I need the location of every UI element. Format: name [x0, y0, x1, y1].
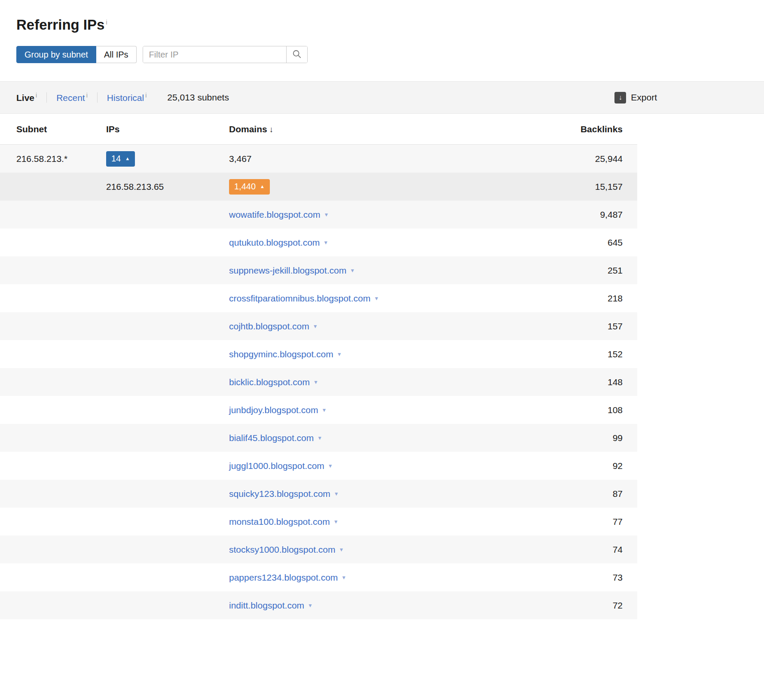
domain-link[interactable]: pappers1234.blogspot.com▼ — [229, 572, 346, 583]
domains-count-badge[interactable]: 1,440 ▲ — [229, 179, 270, 195]
ip-value: 216.58.213.65 — [106, 182, 229, 192]
table-row: bialif45.blogspot.com▼ 99 — [0, 424, 637, 452]
table-row: crossfitparatiomnibus.blogspot.com▼ 218 — [0, 284, 637, 312]
tab-historical-label[interactable]: Historical — [107, 93, 144, 103]
domain-name: qutukuto.blogspot.com — [229, 237, 320, 248]
page-title-text: Referring IPs — [16, 17, 104, 33]
domain-link[interactable]: bicklic.blogspot.com▼ — [229, 377, 318, 387]
domain-name: inditt.blogspot.com — [229, 600, 304, 611]
backlinks-value: 251 — [544, 265, 623, 276]
chevron-down-icon[interactable]: ▼ — [339, 547, 344, 552]
subnet-row: 216.58.213.* 14 ▲ 3,467 25,944 — [0, 145, 637, 173]
download-icon: ↓ — [614, 92, 626, 103]
chevron-down-icon[interactable]: ▼ — [321, 408, 327, 413]
domain-name: stocksy1000.blogspot.com — [229, 545, 335, 555]
chevron-down-icon[interactable]: ▼ — [308, 603, 313, 608]
chevron-down-icon[interactable]: ▼ — [341, 575, 346, 580]
chevron-down-icon[interactable]: ▼ — [374, 296, 379, 301]
tab-divider — [46, 92, 47, 103]
tab-live[interactable]: Livei — [16, 92, 37, 103]
backlinks-value: 25,944 — [544, 154, 623, 164]
ip-row: 216.58.213.65 1,440 ▲ 15,157 — [0, 173, 637, 201]
chevron-down-icon[interactable]: ▼ — [350, 268, 355, 273]
ips-count-badge[interactable]: 14 ▲ — [106, 151, 135, 167]
domains-badge-value: 1,440 — [234, 182, 256, 192]
chevron-down-icon[interactable]: ▼ — [317, 435, 322, 441]
domain-name: squicky123.blogspot.com — [229, 489, 330, 499]
column-header-subnet[interactable]: Subnet — [16, 124, 106, 134]
chevron-down-icon[interactable]: ▼ — [334, 491, 339, 496]
chevron-up-icon: ▲ — [260, 184, 265, 189]
controls-row: Group by subnet All IPs — [16, 46, 748, 63]
table-row: shopgyminc.blogspot.com▼ 152 — [0, 340, 637, 368]
info-icon[interactable]: i — [145, 92, 147, 99]
domain-name: bialif45.blogspot.com — [229, 433, 314, 443]
domain-link[interactable]: crossfitparatiomnibus.blogspot.com▼ — [229, 293, 379, 304]
domain-link[interactable]: bialif45.blogspot.com▼ — [229, 433, 322, 443]
group-by-subnet-button[interactable]: Group by subnet — [16, 46, 96, 63]
info-icon[interactable]: i — [106, 19, 107, 26]
domain-link[interactable]: squicky123.blogspot.com▼ — [229, 489, 339, 499]
chevron-down-icon[interactable]: ▼ — [313, 380, 318, 385]
domain-link[interactable]: inditt.blogspot.com▼ — [229, 600, 313, 611]
sort-desc-icon: ↓ — [269, 125, 274, 134]
tab-recent-label[interactable]: Recent — [56, 93, 85, 103]
table-row: qutukuto.blogspot.com▼ 645 — [0, 228, 637, 256]
table-row: bicklic.blogspot.com▼ 148 — [0, 368, 637, 396]
domain-link[interactable]: stocksy1000.blogspot.com▼ — [229, 545, 344, 555]
domain-link[interactable]: juggl1000.blogspot.com▼ — [229, 461, 333, 471]
export-button[interactable]: ↓ Export — [614, 92, 657, 103]
table-row: inditt.blogspot.com▼ 72 — [0, 591, 637, 619]
table-header-row: Subnet IPs Domains↓ Backlinks — [0, 114, 637, 145]
referring-ips-table: Subnet IPs Domains↓ Backlinks 216.58.213… — [0, 114, 637, 619]
domain-link[interactable]: qutukuto.blogspot.com▼ — [229, 237, 328, 248]
column-header-domains-label: Domains — [229, 124, 267, 134]
backlinks-value: 99 — [544, 433, 623, 443]
table-row: suppnews-jekill.blogspot.com▼ 251 — [0, 256, 637, 284]
domain-name: bicklic.blogspot.com — [229, 377, 310, 387]
ips-count-value: 14 — [111, 154, 121, 164]
domains-count-value: 3,467 — [229, 154, 544, 164]
domain-link[interactable]: junbdjoy.blogspot.com▼ — [229, 405, 327, 415]
table-row: wowatife.blogspot.com▼ 9,487 — [0, 201, 637, 228]
domain-name: juggl1000.blogspot.com — [229, 461, 324, 471]
tab-live-label: Live — [16, 93, 34, 103]
domain-name: monsta100.blogspot.com — [229, 517, 330, 527]
search-button[interactable] — [286, 46, 307, 63]
chevron-down-icon[interactable]: ▼ — [313, 324, 318, 329]
tab-historical[interactable]: Historicali — [107, 92, 147, 103]
chevron-down-icon[interactable]: ▼ — [323, 240, 328, 245]
chevron-down-icon[interactable]: ▼ — [324, 212, 329, 217]
domain-link[interactable]: suppnews-jekill.blogspot.com▼ — [229, 265, 355, 276]
backlinks-value: 9,487 — [544, 210, 623, 220]
table-row: juggl1000.blogspot.com▼ 92 — [0, 452, 637, 480]
all-ips-button[interactable]: All IPs — [96, 46, 137, 63]
chevron-down-icon[interactable]: ▼ — [337, 352, 342, 357]
domain-name: suppnews-jekill.blogspot.com — [229, 265, 346, 276]
filter-ip-group — [143, 46, 308, 63]
search-icon — [292, 49, 302, 60]
chevron-up-icon: ▲ — [125, 156, 130, 161]
column-header-ips[interactable]: IPs — [106, 124, 229, 134]
info-icon[interactable]: i — [86, 92, 88, 99]
mode-tabbar: Livei Recenti Historicali 25,013 subnets… — [0, 81, 764, 114]
page-header: Referring IPsi Group by subnet All IPs — [0, 0, 764, 63]
tab-recent[interactable]: Recenti — [56, 92, 88, 103]
backlinks-value: 218 — [544, 293, 623, 304]
backlinks-value: 87 — [544, 489, 623, 499]
info-icon[interactable]: i — [36, 92, 37, 99]
domain-link[interactable]: cojhtb.blogspot.com▼ — [229, 321, 318, 332]
column-header-backlinks[interactable]: Backlinks — [544, 124, 623, 134]
chevron-down-icon[interactable]: ▼ — [333, 519, 339, 524]
backlinks-value: 645 — [544, 237, 623, 248]
view-toggle: Group by subnet All IPs — [16, 46, 137, 63]
backlinks-value: 77 — [544, 517, 623, 527]
table-row: pappers1234.blogspot.com▼ 73 — [0, 563, 637, 591]
domain-link[interactable]: shopgyminc.blogspot.com▼ — [229, 349, 342, 359]
domain-link[interactable]: monsta100.blogspot.com▼ — [229, 517, 339, 527]
domain-link[interactable]: wowatife.blogspot.com▼ — [229, 210, 329, 220]
backlinks-value: 157 — [544, 321, 623, 332]
chevron-down-icon[interactable]: ▼ — [328, 463, 333, 469]
filter-ip-input[interactable] — [143, 46, 286, 63]
column-header-domains[interactable]: Domains↓ — [229, 124, 544, 134]
